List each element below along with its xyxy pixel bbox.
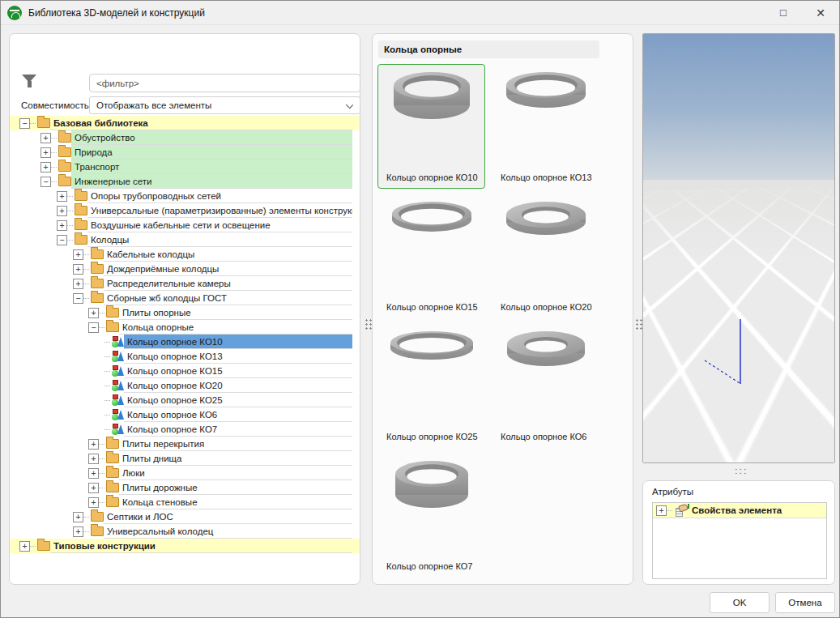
expander-icon[interactable]: − <box>73 293 83 304</box>
tree-item[interactable]: +Транспорт <box>10 160 360 174</box>
tree-item-label: Распределительные камеры <box>104 276 352 291</box>
tree-item-label: Универсальный колодец <box>104 524 352 539</box>
expander-icon[interactable]: + <box>41 162 51 173</box>
tree-item[interactable]: Кольцо опорное КО15 <box>10 364 360 378</box>
expander-icon[interactable]: + <box>88 468 99 479</box>
expander-icon[interactable]: + <box>73 249 83 260</box>
tree-item-label: Плиты опорные <box>119 305 352 320</box>
preview-3d-viewport[interactable] <box>642 33 835 463</box>
model-3d-icon <box>112 424 124 435</box>
tree-item[interactable]: +Плиты днища <box>10 451 360 466</box>
tree-item[interactable]: +Плиты перекрытия <box>10 437 360 451</box>
ring-thumbnail <box>394 460 469 510</box>
tree-item[interactable]: Кольцо опорное КО7 <box>10 422 360 437</box>
tree-item[interactable]: +Опоры трубопроводных сетей <box>10 189 360 203</box>
tree-item[interactable]: +Универсальный колодец <box>10 524 360 539</box>
tree-item-label: Кабельные колодцы <box>104 247 352 262</box>
tree-item[interactable]: +Типовые конструкции <box>10 539 360 553</box>
cancel-button[interactable]: Отмена <box>775 592 835 613</box>
maximize-button[interactable]: □ <box>765 1 802 25</box>
tree-item[interactable]: +Плиты опорные <box>10 305 360 320</box>
tree-item[interactable]: Кольцо опорное КО6 <box>10 407 360 422</box>
tree-item[interactable]: +Универсальные (параметризированные) эле… <box>10 203 360 218</box>
filter-input[interactable] <box>89 74 360 92</box>
tree-item[interactable]: Кольцо опорное КО20 <box>10 378 360 393</box>
splitter-horizontal[interactable] <box>733 467 746 475</box>
tree-item[interactable]: −Кольца опорные <box>10 320 360 335</box>
tree-item[interactable]: −Базовая библиотека <box>10 116 360 130</box>
tree-item[interactable]: +Плиты дорожные <box>10 480 360 495</box>
expander-icon[interactable]: + <box>88 454 99 464</box>
folder-icon <box>106 454 119 463</box>
tree-item[interactable]: −Колодцы <box>10 232 360 247</box>
expander-icon[interactable]: + <box>88 308 99 318</box>
expander-icon[interactable]: + <box>88 497 99 508</box>
expander-icon[interactable]: − <box>19 118 30 129</box>
tree-item-label: Плиты днища <box>119 451 352 466</box>
tree-item[interactable]: +Люки <box>10 466 360 480</box>
tree-item-label: Транспорт <box>71 160 352 174</box>
tree-item-label: Базовая библиотека <box>50 116 352 130</box>
expander-icon[interactable]: − <box>57 235 67 245</box>
gallery-item-label: Кольцо опорное КО10 <box>386 173 478 182</box>
expander-icon[interactable]: + <box>656 505 667 516</box>
splitter-left[interactable] <box>364 318 372 330</box>
folder-icon <box>91 249 104 259</box>
tree-item-label: Сборные жб колодцы ГОСТ <box>104 291 352 305</box>
expander-icon[interactable]: + <box>19 541 30 552</box>
tree-item[interactable]: +Септики и ЛОС <box>10 509 360 524</box>
tree-item[interactable]: +Кольца стеновые <box>10 495 360 509</box>
expander-icon[interactable]: + <box>73 526 83 537</box>
gallery-item[interactable]: Кольцо опорное КО10 <box>377 64 485 189</box>
tree-item[interactable]: Кольцо опорное КО13 <box>10 349 360 364</box>
gallery-item[interactable]: Кольцо опорное КО13 <box>492 64 599 189</box>
gallery-item[interactable]: Кольцо опорное КО15 <box>377 194 485 318</box>
expander-icon[interactable]: − <box>88 322 99 333</box>
close-button[interactable]: ✕ <box>802 1 839 25</box>
tree-item[interactable]: −Инженерные сети <box>10 174 360 189</box>
tree-item[interactable]: +Распределительные камеры <box>10 276 360 291</box>
ring-thumbnail <box>391 201 472 234</box>
gallery-item[interactable]: Кольцо опорное КО6 <box>492 323 599 448</box>
folder-icon <box>75 206 87 215</box>
compatibility-dropdown[interactable]: Отображать все элементы <box>89 96 360 114</box>
expander-icon[interactable]: + <box>57 220 67 231</box>
expander-icon[interactable]: + <box>41 133 51 143</box>
gallery-item[interactable]: Кольцо опорное КО25 <box>377 323 485 448</box>
folder-icon <box>58 162 71 172</box>
tree-item[interactable]: +Природа <box>10 145 360 160</box>
gallery-item[interactable]: Кольцо опорное КО20 <box>492 194 599 318</box>
folder-icon <box>91 526 104 536</box>
tree-item-label: Колодцы <box>87 232 352 247</box>
expander-icon[interactable]: + <box>73 512 83 522</box>
expander-icon[interactable]: − <box>41 177 51 187</box>
folder-icon <box>58 177 71 186</box>
tree-item-label: Люки <box>119 466 352 480</box>
folder-icon <box>75 235 87 245</box>
tree-item-label: Кольца стеновые <box>119 495 352 509</box>
element-properties-item[interactable]: + Свойства элемента <box>653 503 826 518</box>
tree-item[interactable]: −Сборные жб колодцы ГОСТ <box>10 291 360 305</box>
expander-icon[interactable]: + <box>57 191 67 202</box>
expander-icon[interactable]: + <box>41 147 51 158</box>
folder-icon <box>106 497 119 507</box>
expander-icon[interactable]: + <box>73 279 83 289</box>
expander-icon[interactable]: + <box>88 483 99 493</box>
gallery-item[interactable]: Кольцо опорное КО7 <box>377 453 485 578</box>
tree-item[interactable]: Кольцо опорное КО10 <box>10 335 360 349</box>
tree-item[interactable]: +Кабельные колодцы <box>10 247 360 262</box>
expander-icon[interactable]: + <box>88 439 99 450</box>
gallery-item-label: Кольцо опорное КО6 <box>501 432 586 441</box>
tree-item[interactable]: +Обустройство <box>10 130 360 145</box>
tree-item[interactable]: +Воздушные кабельные сети и освещение <box>10 218 360 232</box>
tree-item[interactable]: Кольцо опорное КО25 <box>10 393 360 407</box>
tree-item[interactable]: +Дождеприёмные колодцы <box>10 262 360 276</box>
tree-item-label: Дождеприёмные колодцы <box>104 262 352 276</box>
splitter-right[interactable] <box>634 318 642 330</box>
folder-icon <box>106 322 119 332</box>
ok-button[interactable]: OK <box>710 592 770 613</box>
gallery-grid: Кольцо опорное КО10 Кольцо опорное КО13 <box>377 64 599 578</box>
expander-icon[interactable]: + <box>57 206 67 216</box>
tree-item-label: Септики и ЛОС <box>104 509 352 524</box>
expander-icon[interactable]: + <box>73 264 83 275</box>
